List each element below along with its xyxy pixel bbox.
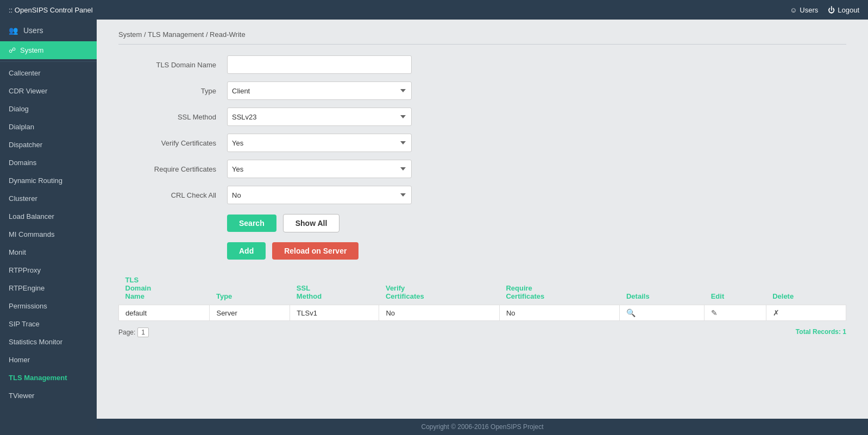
search-button[interactable]: Search <box>227 215 276 232</box>
sidebar-item-monit[interactable]: Monit <box>0 243 97 261</box>
sidebar-item-system[interactable]: ☍ System <box>0 41 97 59</box>
sidebar-item-load-balancer[interactable]: Load Balancer <box>0 207 97 225</box>
ssl-method-label: SSL Method <box>118 113 227 121</box>
page-info: Page: 1 <box>118 327 149 337</box>
sidebar-item-statistics-monitor[interactable]: Statistics Monitor <box>0 333 97 351</box>
verify-cert-select[interactable]: Yes No <box>227 134 412 152</box>
logout-icon: ⏻ <box>828 6 835 14</box>
sidebar-item-rtpengine[interactable]: RTPEngine <box>0 279 97 297</box>
tls-table: TLSDomainName Type SSLMethod VerifyCerti… <box>118 272 846 321</box>
col-edit: Edit <box>705 272 766 305</box>
topbar: :: OpenSIPS Control Panel ☺ Users ⏻ Logo… <box>0 0 868 20</box>
show-all-button[interactable]: Show All <box>283 214 340 232</box>
content-area: System / TLS Management / Read-Write TLS… <box>97 20 868 419</box>
table-row: default Server TLSv1 No No 🔍 ✎ ✗ <box>119 305 846 321</box>
action-buttons-row: Add Reload on Server <box>227 242 846 260</box>
table-header-row: TLSDomainName Type SSLMethod VerifyCerti… <box>119 272 846 305</box>
users-sidebar-icon: 👥 <box>9 26 18 35</box>
col-tls-domain-name: TLSDomainName <box>119 272 210 305</box>
cell-type: Server <box>210 305 290 321</box>
require-cert-label: Require Certificates <box>118 165 227 173</box>
sidebar-item-tviewer[interactable]: TViewer <box>0 387 97 405</box>
cell-require-certificates: No <box>499 305 620 321</box>
sidebar-item-dialog[interactable]: Dialog <box>0 100 97 118</box>
add-button[interactable]: Add <box>227 242 266 260</box>
crl-check-select[interactable]: No Yes <box>227 186 412 204</box>
require-cert-row: Require Certificates Yes No <box>118 160 846 178</box>
verify-cert-label: Verify Certificates <box>118 139 227 147</box>
tls-domain-name-row: TLS Domain Name <box>118 55 846 74</box>
cell-ssl-method: TLSv1 <box>290 305 379 321</box>
sidebar-item-domains[interactable]: Domains <box>0 154 97 172</box>
cell-details[interactable]: 🔍 <box>620 305 705 321</box>
cell-edit[interactable]: ✎ <box>705 305 766 321</box>
tls-table-section: TLSDomainName Type SSLMethod VerifyCerti… <box>118 272 846 337</box>
sidebar-item-users[interactable]: 👥 Users <box>0 20 97 41</box>
app-title: :: OpenSIPS Control Panel <box>9 6 93 14</box>
sidebar-item-dialplan[interactable]: Dialplan <box>0 118 97 136</box>
logout-link[interactable]: ⏻ Logout <box>828 6 859 14</box>
cell-tls-domain-name: default <box>119 305 210 321</box>
ssl-method-select[interactable]: SSLv23 TLSv1 SSLv2 SSLv3 <box>227 108 412 126</box>
require-cert-select[interactable]: Yes No <box>227 160 412 178</box>
system-icon: ☍ <box>9 46 16 54</box>
sidebar-item-tls-management[interactable]: TLS Management <box>0 369 97 387</box>
sidebar-item-dynamic-routing[interactable]: Dynamic Routing <box>0 172 97 190</box>
sidebar-item-sip-trace[interactable]: SIP Trace <box>0 315 97 333</box>
type-select[interactable]: Client Server <box>227 81 412 100</box>
edit-icon[interactable]: ✎ <box>711 308 718 317</box>
reload-button[interactable]: Reload on Server <box>272 242 358 260</box>
sidebar-item-permissions[interactable]: Permissions <box>0 297 97 315</box>
search-buttons-row: Search Show All <box>227 214 846 232</box>
users-link[interactable]: ☺ Users <box>790 6 818 14</box>
main-layout: 👥 Users ☍ System Callcenter CDR Viewer D… <box>0 20 868 435</box>
col-details: Details <box>620 272 705 305</box>
type-row: Type Client Server <box>118 81 846 100</box>
cell-delete[interactable]: ✗ <box>766 305 846 321</box>
sidebar: 👥 Users ☍ System Callcenter CDR Viewer D… <box>0 20 97 435</box>
sidebar-item-cdr-viewer[interactable]: CDR Viewer <box>0 82 97 100</box>
tls-form: TLS Domain Name Type Client Server SSL M… <box>118 55 846 260</box>
col-ssl-method: SSLMethod <box>290 272 379 305</box>
verify-cert-row: Verify Certificates Yes No <box>118 134 846 152</box>
sidebar-item-homer[interactable]: Homer <box>0 351 97 369</box>
sidebar-divider <box>0 61 97 62</box>
tls-domain-name-input[interactable] <box>227 55 412 74</box>
ssl-method-row: SSL Method SSLv23 TLSv1 SSLv2 SSLv3 <box>118 108 846 126</box>
col-type: Type <box>210 272 290 305</box>
breadcrumb: System / TLS Management / Read-Write <box>118 30 846 45</box>
sidebar-item-mi-commands[interactable]: MI Commands <box>0 225 97 243</box>
sidebar-item-dispatcher[interactable]: Dispatcher <box>0 136 97 154</box>
sidebar-item-rtpproxy[interactable]: RTPProxy <box>0 261 97 279</box>
main-content: System / TLS Management / Read-Write TLS… <box>97 20 868 435</box>
footer: Copyright © 2006-2016 OpenSIPS Project <box>97 419 868 435</box>
col-require-certificates: RequireCertificates <box>499 272 620 305</box>
sidebar-item-callcenter[interactable]: Callcenter <box>0 64 97 82</box>
crl-check-row: CRL Check All No Yes <box>118 186 846 204</box>
top-actions: ☺ Users ⏻ Logout <box>790 6 859 14</box>
type-label: Type <box>118 87 227 95</box>
page-number: 1 <box>137 327 149 337</box>
col-verify-certificates: VerifyCertificates <box>379 272 500 305</box>
col-delete: Delete <box>766 272 846 305</box>
total-records: Total Records: 1 <box>796 328 846 336</box>
delete-icon[interactable]: ✗ <box>773 308 779 317</box>
sidebar-item-clusterer[interactable]: Clusterer <box>0 190 97 207</box>
user-icon: ☺ <box>790 6 797 14</box>
crl-check-label: CRL Check All <box>118 191 227 199</box>
cell-verify-certificates: No <box>379 305 500 321</box>
details-icon[interactable]: 🔍 <box>626 308 636 317</box>
tls-domain-name-label: TLS Domain Name <box>118 61 227 69</box>
